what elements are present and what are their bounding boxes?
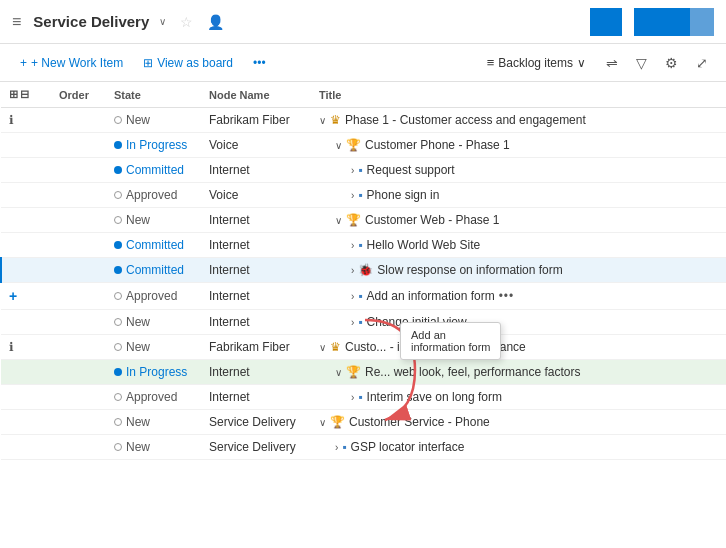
expand-icon[interactable]: ›	[351, 190, 354, 201]
table-row[interactable]: NewService Delivery› ▪ GSP locator inter…	[1, 435, 726, 460]
table-row[interactable]: +ApprovedInternet› ▪ Add an information …	[1, 283, 726, 310]
expand-icon[interactable]: ›	[351, 240, 354, 251]
title-cell[interactable]: › ▪ Phone sign in	[311, 183, 726, 208]
more-options-button[interactable]: •••	[245, 52, 274, 74]
app-container: ≡ Service Delivery ∨ ☆ 👤 + + New Work It…	[0, 0, 726, 548]
menu-icon[interactable]: ≡	[12, 13, 21, 31]
state-cell: New	[106, 310, 201, 335]
title-cell[interactable]: › ▪ Hello World Web Site	[311, 233, 726, 258]
title-cell[interactable]: › ▪ Change initial view	[311, 310, 726, 335]
table-row[interactable]: ℹNewFabrikam Fiber∨ ♛ Custo... - improve…	[1, 335, 726, 360]
expand-icon[interactable]: ›	[351, 165, 354, 176]
title-cell[interactable]: ∨ 🏆 Customer Web - Phase 1	[311, 208, 726, 233]
state-dot	[114, 241, 122, 249]
group-by-button[interactable]: ⇌	[600, 51, 624, 75]
title-text: Slow response on information form	[377, 263, 562, 277]
expand-icon[interactable]: ›	[351, 265, 354, 276]
col-header-state: State	[106, 82, 201, 108]
view-as-board-button[interactable]: ⊞ View as board	[135, 52, 241, 74]
title-cell[interactable]: ∨ ♛ Phase 1 - Customer access and engage…	[311, 108, 726, 133]
context-menu-button[interactable]: •••	[499, 289, 515, 303]
table-row[interactable]: ApprovedVoice› ▪ Phone sign in	[1, 183, 726, 208]
collapse-icon[interactable]: ∨	[319, 115, 326, 126]
collapse-icon[interactable]: ∨	[335, 215, 342, 226]
info-icon[interactable]: ℹ	[9, 340, 14, 354]
title-text: Request support	[367, 163, 455, 177]
plus-icon: +	[20, 56, 27, 70]
state-cell: In Progress	[106, 360, 201, 385]
backlog-items-button[interactable]: ≡ Backlog items ∨	[479, 51, 594, 74]
title-cell[interactable]: › 🐞 Slow response on information form	[311, 258, 726, 283]
favorite-icon[interactable]: ☆	[180, 14, 193, 30]
fullscreen-button[interactable]: ⤢	[690, 51, 714, 75]
title-cell[interactable]: ∨ 🏆 Re... web look, feel, performance fa…	[311, 360, 726, 385]
task-icon: ▪	[358, 163, 362, 177]
state-dot	[114, 343, 122, 351]
state-dot	[114, 443, 122, 451]
collapse-icon[interactable]: ∨	[335, 367, 342, 378]
table-row[interactable]: CommittedInternet› ▪ Hello World Web Sit…	[1, 233, 726, 258]
node-cell: Internet	[201, 283, 311, 310]
more-options-label: •••	[253, 56, 266, 70]
table-row[interactable]: In ProgressInternet∨ 🏆 Re... web look, f…	[1, 360, 726, 385]
expand-cell	[1, 183, 51, 208]
title-chevron-icon[interactable]: ∨	[159, 16, 166, 27]
collapse-all-icon[interactable]: ⊟	[20, 88, 29, 101]
state-label: Approved	[126, 289, 177, 303]
table-row[interactable]: NewInternet∨ 🏆 Customer Web - Phase 1	[1, 208, 726, 233]
title-cell[interactable]: › ▪ Add an information form •••	[311, 283, 726, 310]
table-row[interactable]: CommittedInternet› ▪ Request support	[1, 158, 726, 183]
title-cell[interactable]: ∨ 🏆 Customer Service - Phone	[311, 410, 726, 435]
col-header-node: Node Name	[201, 82, 311, 108]
add-child-button[interactable]: +	[9, 288, 17, 304]
table-row[interactable]: ApprovedInternet› ▪ Interim save on long…	[1, 385, 726, 410]
table-row[interactable]: ℹNewFabrikam Fiber∨ ♛ Phase 1 - Customer…	[1, 108, 726, 133]
feature-icon: 🏆	[346, 213, 361, 227]
order-cell	[51, 410, 106, 435]
title-text: Customer Phone - Phase 1	[365, 138, 510, 152]
new-work-item-label: + New Work Item	[31, 56, 123, 70]
state-dot	[114, 166, 122, 174]
collapse-icon[interactable]: ∨	[319, 417, 326, 428]
col-header-expand: ⊞ ⊟	[1, 82, 51, 108]
expand-all-icon[interactable]: ⊞	[9, 88, 18, 101]
title-cell[interactable]: ∨ ♛ Custo... - improve UI performance	[311, 335, 726, 360]
title-cell[interactable]: › ▪ Request support	[311, 158, 726, 183]
expand-icon[interactable]: ›	[351, 392, 354, 403]
burndown-chart	[634, 8, 714, 36]
task-icon: ▪	[358, 238, 362, 252]
view-as-board-label: View as board	[157, 56, 233, 70]
node-cell: Internet	[201, 208, 311, 233]
team-icon[interactable]: 👤	[207, 14, 224, 30]
state-dot	[114, 393, 122, 401]
filter-button[interactable]: ▽	[630, 51, 653, 75]
title-cell[interactable]: › ▪ GSP locator interface	[311, 435, 726, 460]
expand-icon[interactable]: ›	[351, 291, 354, 302]
state-dot	[114, 116, 122, 124]
table-row[interactable]: NewInternet› ▪ Change initial view	[1, 310, 726, 335]
node-cell: Fabrikam Fiber	[201, 108, 311, 133]
table-row[interactable]: NewService Delivery∨ 🏆 Customer Service …	[1, 410, 726, 435]
state-label: New	[126, 213, 150, 227]
table-row[interactable]: In ProgressVoice∨ 🏆 Customer Phone - Pha…	[1, 133, 726, 158]
settings-button[interactable]: ⚙	[659, 51, 684, 75]
order-cell	[51, 283, 106, 310]
collapse-icon[interactable]: ∨	[319, 342, 326, 353]
state-cell: Approved	[106, 183, 201, 208]
table-row[interactable]: CommittedInternet› 🐞 Slow response on in…	[1, 258, 726, 283]
expand-icon[interactable]: ›	[351, 317, 354, 328]
info-icon[interactable]: ℹ	[9, 113, 14, 127]
title-cell[interactable]: › ▪ Interim save on long form	[311, 385, 726, 410]
backlog-table-container[interactable]: ⊞ ⊟ Order State Node Name Title ℹNewFabr…	[0, 82, 726, 548]
title-cell[interactable]: ∨ 🏆 Customer Phone - Phase 1	[311, 133, 726, 158]
node-cell: Internet	[201, 385, 311, 410]
expand-icon[interactable]: ›	[335, 442, 338, 453]
state-label: New	[126, 440, 150, 454]
state-cell: Approved	[106, 283, 201, 310]
new-work-item-button[interactable]: + + New Work Item	[12, 52, 131, 74]
node-cell: Fabrikam Fiber	[201, 335, 311, 360]
title-text: Interim save on long form	[367, 390, 502, 404]
collapse-icon[interactable]: ∨	[335, 140, 342, 151]
state-cell: New	[106, 410, 201, 435]
expand-cell	[1, 133, 51, 158]
